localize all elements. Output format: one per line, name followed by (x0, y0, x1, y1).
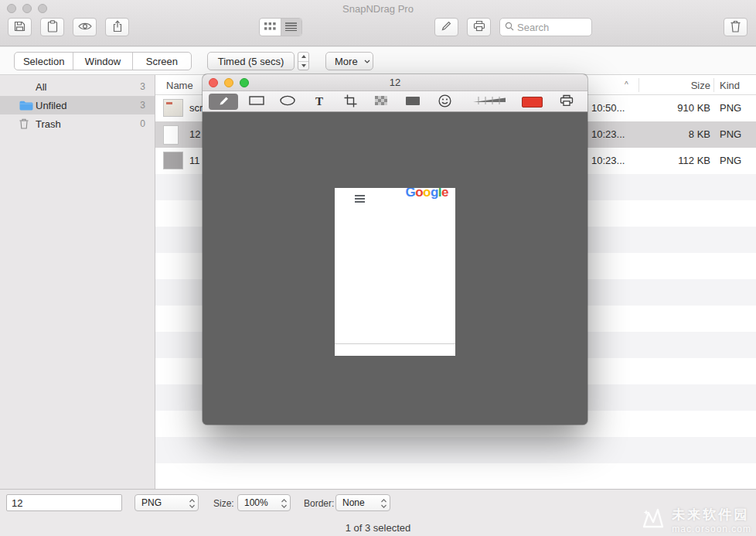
capture-screen-button[interactable]: Screen (133, 53, 191, 70)
sidebar-item-label: All (36, 81, 46, 93)
stepper-up-icon (301, 55, 306, 58)
editor-toolbar: T (203, 91, 587, 112)
mosaic-tool[interactable] (373, 94, 389, 110)
sidebar-item-label: Trash (36, 118, 61, 130)
logo-letter: o (423, 188, 431, 200)
size-label: Size: (213, 498, 234, 509)
capture-window-button[interactable]: Window (73, 53, 132, 70)
editor-titlebar[interactable]: 12 (203, 74, 587, 91)
file-thumbnail (163, 125, 179, 145)
filled-rectangle-tool[interactable] (404, 94, 421, 110)
capture-selection-label: Selection (23, 56, 64, 67)
grid-view-button[interactable] (260, 19, 281, 36)
file-name: 11 (189, 155, 200, 166)
sidebar-item-trash[interactable]: Trash 0 (0, 114, 155, 133)
updown-chevrons-icon (380, 498, 387, 509)
print-button[interactable] (467, 18, 491, 36)
crop-tool[interactable] (342, 94, 358, 110)
text-tool-icon: T (315, 95, 323, 108)
rectangle-tool[interactable] (248, 94, 265, 110)
capture-mode-segment: Selection Window Screen (14, 52, 192, 70)
stepper-down-button[interactable] (298, 62, 308, 70)
ellipse-tool[interactable] (279, 94, 296, 110)
edit-button[interactable] (434, 18, 458, 36)
text-tool[interactable]: T (313, 94, 325, 110)
view-mode-segment (259, 18, 302, 36)
screenshot-image[interactable]: Google (335, 188, 455, 356)
more-dropdown[interactable]: More (325, 52, 373, 70)
copy-button[interactable] (40, 18, 64, 36)
border-dropdown[interactable]: None (335, 494, 390, 511)
size-value: 100% (244, 497, 268, 508)
smiley-tool[interactable] (437, 94, 452, 110)
timed-stepper[interactable] (298, 52, 309, 70)
sidebar-item-count: 3 (140, 100, 145, 111)
sidebar-item-unfiled[interactable]: Unfiled 3 (0, 96, 155, 114)
timed-dropdown[interactable]: Timed (5 secs) (207, 52, 295, 70)
folder-icon (19, 101, 34, 111)
printer-icon (560, 94, 574, 109)
editor-canvas[interactable]: Google (203, 112, 587, 425)
sidebar-item-count: 3 (140, 81, 145, 92)
grid-view-icon (264, 22, 276, 33)
page-divider (335, 343, 455, 344)
capture-bar: Selection Window Screen Timed (5 secs) M… (0, 47, 756, 75)
stepper-up-button[interactable] (298, 53, 308, 62)
save-button[interactable] (8, 18, 32, 36)
editor-print-button[interactable] (558, 94, 575, 110)
search-icon (505, 22, 514, 33)
trash-icon (19, 118, 34, 129)
pencil-icon (217, 94, 230, 109)
empty-row (155, 463, 756, 489)
empty-row (155, 437, 756, 463)
border-value: None (342, 497, 365, 508)
list-view-button[interactable] (281, 19, 302, 36)
save-icon (13, 20, 26, 35)
pencil-icon (441, 20, 452, 34)
column-divider[interactable] (713, 78, 714, 92)
sidebar-item-count: 0 (140, 118, 145, 129)
trash-icon (730, 20, 741, 35)
pencil-tool[interactable] (209, 94, 238, 110)
status-text: 1 of 3 selected (0, 522, 756, 534)
mosaic-icon (375, 96, 387, 108)
ellipse-icon (280, 95, 295, 108)
border-label: Border: (304, 498, 334, 509)
preview-button[interactable] (73, 18, 97, 36)
file-size: 910 KB (619, 102, 710, 114)
printer-icon (473, 20, 485, 34)
file-kind: PNG (720, 102, 741, 114)
list-view-icon (285, 22, 297, 33)
column-header-name[interactable]: Name (166, 80, 193, 91)
chevron-down-icon (364, 60, 370, 63)
file-name: 12 (189, 128, 200, 140)
share-button[interactable] (105, 18, 129, 36)
column-header-kind[interactable]: Kind (720, 80, 740, 91)
size-dropdown[interactable]: 100% (237, 494, 291, 511)
hamburger-menu-icon (355, 195, 365, 205)
search-field[interactable] (499, 18, 592, 36)
bottom-bar: PNG Size: 100% Border: None 1 of 3 selec… (0, 489, 756, 536)
file-thumbnail (163, 99, 183, 117)
filename-input[interactable] (6, 494, 122, 511)
column-header-size[interactable]: Size (619, 80, 710, 91)
clipboard-icon (47, 20, 58, 35)
sidebar: All 3 Unfiled 3 Trash 0 (0, 75, 155, 489)
search-input[interactable] (517, 22, 587, 33)
updown-chevrons-icon (189, 498, 196, 509)
capture-selection-button[interactable]: Selection (15, 53, 73, 70)
logo-letter: g (431, 188, 438, 200)
editor-title: 12 (203, 77, 587, 88)
capture-window-label: Window (85, 56, 121, 67)
filled-rectangle-icon (405, 96, 421, 108)
file-size: 8 KB (619, 128, 710, 140)
file-kind: PNG (720, 128, 741, 140)
sidebar-item-all[interactable]: All 3 (0, 77, 155, 96)
line-width-control[interactable] (472, 94, 507, 110)
window-title: SnapNDrag Pro (0, 3, 756, 15)
logo-letter: o (415, 188, 423, 200)
delete-button[interactable] (724, 18, 747, 36)
editor-window: 12 T (203, 74, 587, 425)
color-swatch[interactable] (522, 97, 543, 108)
format-dropdown[interactable]: PNG (135, 494, 199, 511)
